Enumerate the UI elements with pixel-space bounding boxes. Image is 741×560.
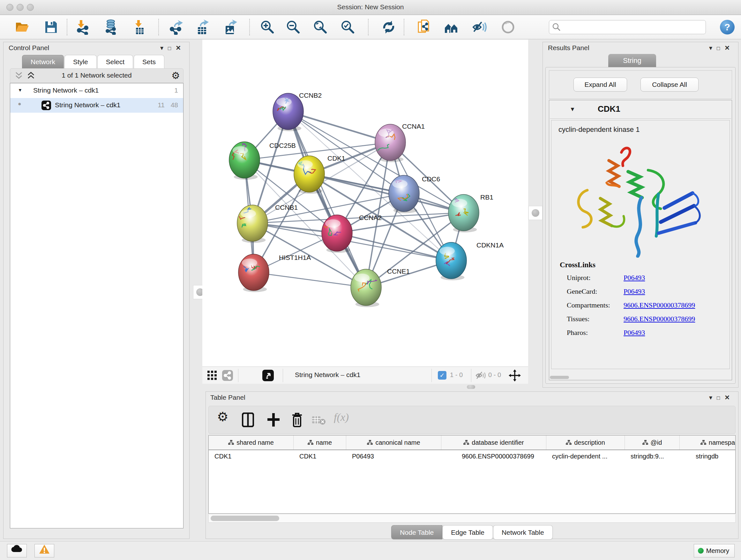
- control-panel-menu-icon[interactable]: ▾: [160, 44, 168, 51]
- results-panel-close-icon[interactable]: ✕: [724, 44, 734, 51]
- horizontal-splitter-handle[interactable]: [467, 385, 475, 389]
- crosslink-label: Uniprot:: [560, 273, 623, 282]
- tab-edge-table[interactable]: Edge Table: [442, 525, 493, 539]
- control-panel: Control Panel ▾□✕ Network Style Select S…: [3, 42, 190, 539]
- control-panel-tabs: Network Style Select Sets: [22, 55, 165, 68]
- network-graph[interactable]: CCNB2CCNA1CDC25BCDK1CDC6RB1CCNB1CCNA2CDK…: [202, 40, 528, 367]
- tab-node-table[interactable]: Node Table: [391, 525, 442, 539]
- tab-network-table[interactable]: Network Table: [493, 525, 553, 539]
- apply-layout-button[interactable]: [381, 19, 396, 35]
- export-table-button[interactable]: [195, 19, 210, 35]
- import-network-database-button[interactable]: [104, 19, 119, 35]
- crosslink-link[interactable]: P06493: [623, 328, 645, 337]
- string-view-icon[interactable]: [222, 370, 233, 382]
- save-session-button[interactable]: [44, 19, 59, 35]
- fit-selection-crosshair-icon[interactable]: [509, 369, 521, 383]
- results-panel: Results Panel ▾□✕ String Expand All Coll…: [542, 42, 738, 388]
- svg-text:CCNB1: CCNB1: [275, 204, 298, 211]
- show-hide-graphics-button[interactable]: [472, 19, 487, 35]
- search-input[interactable]: [549, 20, 706, 34]
- collection-name: String Network – cdk1: [33, 86, 98, 94]
- network-name: String Network – cdk1: [55, 101, 120, 109]
- delete-column-icon[interactable]: [291, 413, 303, 428]
- network-canvas[interactable]: CCNB2CCNA1CDC25BCDK1CDC6RB1CCNB1CCNA2CDK…: [202, 40, 528, 367]
- expand-all-button[interactable]: Expand All: [574, 78, 627, 91]
- collapse-all-button[interactable]: Collapse All: [641, 78, 698, 91]
- results-scroll-area: ▼ CDK1 cyclin-dependent kinase 1: [549, 100, 732, 380]
- gene-section-header[interactable]: ▼ CDK1: [550, 101, 731, 119]
- window-title: Session: New Session: [0, 3, 741, 11]
- network-row[interactable]: ● String Network – cdk1 11 48: [10, 98, 183, 113]
- table-panel-float-icon[interactable]: □: [717, 395, 724, 401]
- first-neighbors-button[interactable]: [444, 19, 459, 35]
- node-table: shared name name canonical name database…: [208, 435, 736, 514]
- column-header-namespace[interactable]: namespace: [680, 435, 736, 449]
- results-panel-float-icon[interactable]: □: [717, 45, 724, 51]
- warning-status-button[interactable]: [35, 544, 54, 557]
- import-table-file-button[interactable]: [132, 19, 147, 35]
- main-toolbar: ?: [0, 15, 741, 39]
- column-header-name[interactable]: name: [293, 435, 346, 449]
- clone-network-button[interactable]: [416, 19, 432, 35]
- import-network-file-button[interactable]: [75, 19, 91, 35]
- table-panel-close-icon[interactable]: ✕: [724, 394, 734, 401]
- table-row[interactable]: CDK1 CDK1 P06493 9606.ENSP00000378699 cy…: [209, 450, 735, 463]
- show-columns-icon[interactable]: [242, 413, 254, 428]
- svg-text:CDC6: CDC6: [422, 175, 440, 183]
- right-splitter-handle[interactable]: [529, 206, 542, 220]
- control-panel-float-icon[interactable]: □: [168, 45, 176, 51]
- zoom-fit-button[interactable]: [313, 19, 328, 35]
- selected-nodes-checkbox[interactable]: ✓: [438, 371, 447, 380]
- table-panel: Table Panel ▾□✕ ⚙ f(x) shared name name: [205, 391, 738, 539]
- zoom-out-button[interactable]: [286, 19, 301, 35]
- network-collection-row[interactable]: ▼ String Network – cdk1 1: [10, 83, 183, 98]
- crosslink-link[interactable]: 9606.ENSP00000378699: [623, 315, 695, 323]
- network-list-toolbar: 1 of 1 Network selected ⚙: [10, 68, 184, 83]
- control-panel-close-icon[interactable]: ✕: [176, 44, 185, 51]
- network-view-toolbar: String Network – cdk1 ✓ 1 - 0 0 - 0: [202, 367, 528, 384]
- cloud-status-button[interactable]: [7, 544, 27, 557]
- collection-expand-arrow-icon[interactable]: ▼: [18, 87, 22, 92]
- crosslink-label: Compartments:: [560, 301, 623, 309]
- crosslink-link[interactable]: P06493: [623, 273, 645, 282]
- crosslink-link[interactable]: P06493: [623, 287, 645, 296]
- column-header-id[interactable]: @id: [625, 435, 680, 449]
- column-header-database-identifier[interactable]: database identifier: [441, 435, 546, 449]
- table-options-gear-icon[interactable]: ⚙: [217, 409, 228, 424]
- open-session-button[interactable]: [15, 19, 30, 35]
- network-selection-summary: 1 of 1 Network selected: [10, 71, 183, 79]
- results-panel-menu-icon[interactable]: ▾: [709, 44, 717, 51]
- memory-button[interactable]: Memory: [694, 544, 735, 557]
- network-options-gear-icon[interactable]: ⚙: [172, 70, 180, 81]
- results-horizontal-scrollbar[interactable]: [550, 376, 569, 379]
- column-header-description[interactable]: description: [546, 435, 625, 449]
- zoom-in-button[interactable]: [260, 19, 275, 35]
- hidden-elements-icon[interactable]: [475, 371, 486, 381]
- table-horizontal-scrollbar[interactable]: [208, 514, 736, 523]
- table-panel-menu-icon[interactable]: ▾: [709, 394, 717, 401]
- tab-string[interactable]: String: [608, 54, 656, 67]
- tab-select[interactable]: Select: [97, 55, 133, 68]
- export-image-button[interactable]: [223, 19, 239, 35]
- birds-eye-view-toggle-icon[interactable]: [262, 370, 274, 382]
- crosslink-link[interactable]: 9606.ENSP00000378699: [623, 301, 695, 309]
- zoom-selected-button[interactable]: [340, 19, 355, 35]
- crosslink-row: Uniprot: P06493: [560, 273, 726, 282]
- string-results-box: Expand All Collapse All ▼ CDK1 cyclin-de…: [545, 67, 736, 384]
- grid-view-icon[interactable]: [207, 371, 217, 381]
- crosslinks-section: CrossLinks Uniprot: P06493 GeneCard: P06…: [560, 261, 726, 342]
- column-header-canonical-name[interactable]: canonical name: [346, 435, 441, 449]
- tab-sets[interactable]: Sets: [134, 55, 164, 68]
- gene-detail-box: cyclin-dependent kinase 1: [551, 120, 730, 369]
- export-network-button[interactable]: [169, 19, 184, 35]
- column-header-shared-name[interactable]: shared name: [209, 435, 293, 449]
- svg-text:CDK1: CDK1: [327, 154, 345, 162]
- gene-collapse-arrow-icon[interactable]: ▼: [569, 106, 576, 113]
- tab-style[interactable]: Style: [64, 55, 97, 68]
- string-network-icon: [42, 101, 51, 112]
- tab-network[interactable]: Network: [22, 55, 64, 68]
- function-builder-icon: f(x): [334, 411, 349, 423]
- table-scrollbar-thumb[interactable]: [211, 516, 279, 521]
- add-column-icon[interactable]: [267, 413, 280, 428]
- help-button[interactable]: ?: [720, 20, 735, 35]
